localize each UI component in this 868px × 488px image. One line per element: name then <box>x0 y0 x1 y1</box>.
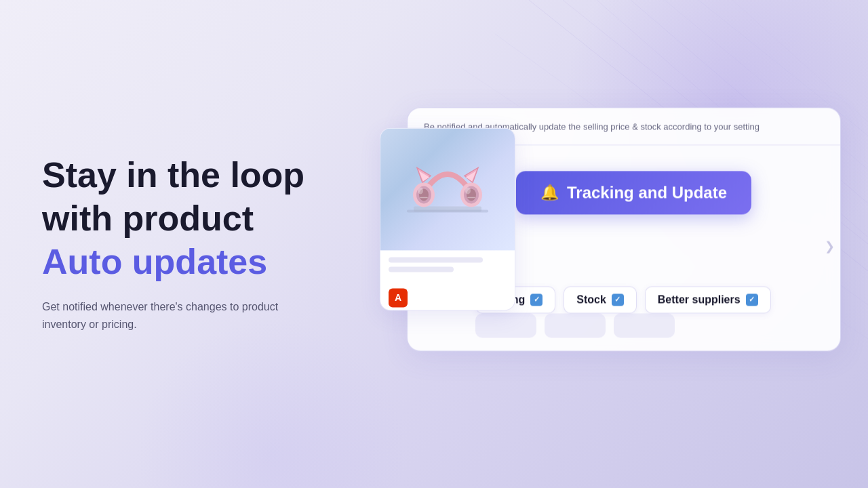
headline-line1: Stay in the loop <box>42 155 340 196</box>
bell-icon: 🔔 <box>540 184 559 201</box>
arrow-right-icon: ❯ <box>825 239 835 253</box>
product-card: A <box>380 127 515 310</box>
svg-rect-10 <box>407 209 488 212</box>
svg-point-18 <box>465 187 471 194</box>
product-info <box>380 250 515 283</box>
tag-stock-label: Stock <box>576 293 606 306</box>
tags-row: Pricing ✓ Stock ✓ Better suppliers ✓ <box>475 286 771 313</box>
headline-text-2: with product <box>42 199 254 238</box>
tag-better-suppliers-label: Better suppliers <box>658 293 741 306</box>
headline-accent: Auto updates <box>42 241 340 282</box>
svg-line-8 <box>732 0 868 122</box>
bg-blob-2 <box>136 319 407 488</box>
product-footer: A <box>380 283 515 310</box>
left-content: Stay in the loop with product Auto updat… <box>42 155 340 333</box>
right-mockup: Be notified and automatically update the… <box>380 107 841 392</box>
product-bar-2 <box>389 266 454 272</box>
tag-placeholder-3 <box>614 313 675 338</box>
tracking-update-button[interactable]: 🔔 Tracking and Update <box>516 171 751 214</box>
subtext: Get notified whenever there's changes to… <box>42 298 300 333</box>
headline-text-1: Stay in the loop <box>42 155 304 195</box>
headline-line2: with product <box>42 199 340 239</box>
tracking-button-label: Tracking and Update <box>567 183 727 202</box>
tag-pricing-checkbox: ✓ <box>530 293 542 306</box>
tag-better-suppliers[interactable]: Better suppliers ✓ <box>645 286 771 313</box>
product-image <box>380 128 515 250</box>
headphones-svg <box>400 142 495 237</box>
tag-better-suppliers-checkbox: ✓ <box>746 293 758 306</box>
ali-logo: A <box>389 288 408 307</box>
tag-stock[interactable]: Stock ✓ <box>564 286 637 313</box>
tag-stock-checkbox: ✓ <box>612 293 624 306</box>
ali-logo-letter: A <box>395 292 401 303</box>
tag-placeholder-2 <box>545 313 606 338</box>
svg-point-17 <box>418 187 423 194</box>
tag-placeholder-1 <box>475 313 536 338</box>
tags-row-placeholder <box>475 313 675 338</box>
product-bar-1 <box>389 257 483 262</box>
